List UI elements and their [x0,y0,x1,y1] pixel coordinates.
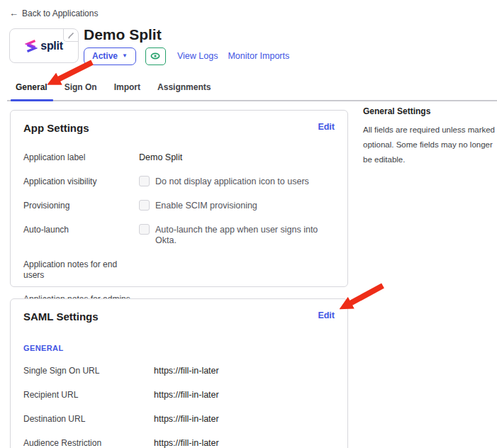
split-logo-wordmark: split [40,40,62,52]
app-settings-card: App Settings Edit Application label Demo… [10,110,348,287]
checkbox-unchecked [139,224,150,235]
row-label: Auto-launch [23,225,139,235]
header-controls: Active ▼ View Logs Monitor Imports [84,47,289,65]
row-label: Audience Restriction [23,438,154,448]
saml-settings-rows: Single Sign On URL https://fill-in-later… [23,366,335,448]
back-link-label: Back to Applications [22,9,98,18]
row-value: https://fill-in-later [154,390,219,401]
tab-assignments[interactable]: Assignments [157,82,211,92]
status-dropdown-button[interactable]: Active ▼ [84,47,136,65]
checkbox-label: Auto-launch the app when user signs into… [155,225,335,246]
back-to-applications-link[interactable]: ← Back to Applications [9,8,98,18]
page-title: Demo Split [84,26,162,43]
status-label: Active [92,51,118,61]
checkbox-unchecked [139,176,150,186]
row-value: https://fill-in-later [154,438,219,448]
pencil-icon [67,31,75,40]
app-settings-edit-link[interactable]: Edit [318,122,335,132]
chevron-down-icon: ▼ [122,53,128,59]
monitor-imports-link[interactable]: Monitor Imports [228,51,289,61]
okta-app-page: { "colors": { "accent_blue": "#4154e3", … [0,0,497,448]
checkbox-label: Enable SCIM provisioning [155,201,257,211]
view-logs-link[interactable]: View Logs [177,51,218,61]
sidebar-title: General Settings [363,106,497,116]
tab-general[interactable]: General [16,82,48,92]
row-value: https://fill-in-later [154,366,219,376]
checkbox-unchecked [139,200,150,211]
row-label: Application visibility [23,177,139,187]
setting-row: Single Sign On URL https://fill-in-later [23,366,335,376]
split-logo-icon [25,39,38,53]
setting-row: Auto-launch Auto-launch the app when use… [23,225,335,246]
preview-icon-button[interactable] [145,47,166,65]
setting-row: Recipient URL https://fill-in-later [23,390,335,401]
active-tab-underline [11,99,53,101]
back-arrow-icon: ← [9,8,18,18]
setting-row: Destination URL https://fill-in-later [23,414,335,425]
setting-row: Application visibility Do not display ap… [23,177,335,187]
app-settings-title: App Settings [23,122,89,134]
app-logo-card: split [9,28,79,63]
settings-help-sidebar: General Settings All fields are required… [363,106,497,167]
checkbox-label: Do not display application icon to users [155,177,309,187]
saml-general-section-label: GENERAL [23,344,335,352]
setting-row: Audience Restriction https://fill-in-lat… [23,438,335,448]
tab-import[interactable]: Import [114,82,140,92]
row-value: Demo Split [139,152,182,163]
saml-settings-card: SAML Settings Edit GENERAL Single Sign O… [10,298,348,448]
setting-row: Application label Demo Split [23,152,335,163]
row-label: Application label [23,152,139,163]
row-label: Application notes for end users [23,259,139,281]
row-label: Single Sign On URL [23,366,154,376]
app-settings-rows: Application label Demo Split Application… [23,152,335,305]
saml-settings-edit-link[interactable]: Edit [318,310,335,320]
setting-row: Application notes for end users [23,259,335,281]
eye-icon [150,52,160,60]
row-label: Recipient URL [23,390,154,401]
row-label: Destination URL [23,414,154,425]
row-value: https://fill-in-later [154,414,219,425]
sidebar-description: All fields are required unless marked op… [363,123,497,167]
row-label: Provisioning [23,201,139,211]
tab-sign-on[interactable]: Sign On [65,82,97,92]
tab-bar: General Sign On Import Assignments [7,79,497,101]
saml-settings-title: SAML Settings [23,310,99,323]
setting-row: Provisioning Enable SCIM provisioning [23,201,335,211]
edit-logo-button[interactable] [63,29,78,42]
